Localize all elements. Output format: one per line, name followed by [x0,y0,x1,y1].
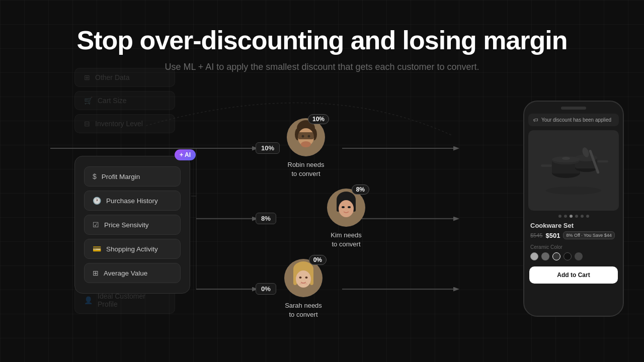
color-charcoal[interactable] [575,252,583,260]
header: Stop over-discounting and losing margin … [0,0,644,72]
pct-sarah-arrow: 0% [256,283,276,295]
kim-label: Kim needsto convert [327,231,365,249]
color-darkgray[interactable] [552,252,560,260]
color-silver[interactable] [530,252,538,260]
shopping-activity-label: Shopping Activity [106,245,158,253]
dot-2 [564,215,567,218]
robin-label: Robin needsto convert [287,160,325,178]
average-value-label: Average Value [104,269,147,277]
old-price: $545 [530,232,542,238]
sarah-label: Sarah needsto convert [284,301,323,319]
ai-feature-box: + AI $ Profit Margin 🕐 Purchase History … [74,156,190,294]
subtitle: Use ML + AI to apply the smallest discou… [0,62,644,72]
robin-card: 10% Robin needsto convert [287,118,325,178]
customer-profile-icon: 👤 [84,296,93,304]
svg-point-21 [339,200,354,217]
product-image [528,130,619,211]
purchase-history-card[interactable]: 🕐 Purchase History [84,191,181,211]
other-data-icon: ⊞ [84,73,90,81]
color-label: Ceramic Color [530,244,617,250]
other-data-label: Other Data [95,73,129,81]
sarah-pct: 0% [309,255,327,265]
pct-robin: 10% [256,142,280,154]
svg-point-31 [546,187,601,195]
card-icon: 💳 [93,245,101,253]
diagram-area: ⊞ Other Data 🛒 Cart Size ⊟ Inventory Lev… [0,96,644,362]
profit-margin-card[interactable]: $ Profit Margin [84,166,181,187]
ai-badge: + AI [175,149,196,160]
average-value-card[interactable]: ⊞ Average Value [84,263,181,283]
color-black[interactable] [564,252,572,260]
cart-size-label: Cart Size [98,97,127,105]
new-price: $501 [545,232,560,239]
robin-pct: 10% [308,114,329,124]
main-title: Stop over-discounting and losing margin [0,26,644,55]
ideal-customer-label: Ideal Customer Profile [98,292,166,308]
cookware-svg [538,135,609,206]
svg-point-15 [301,141,311,147]
kim-card: 8% Kim needsto convert [327,189,365,249]
inventory-label: Inventory Level [95,120,143,128]
product-name: Cookware Set [524,218,623,231]
tag-icon: 🏷 [533,117,538,123]
svg-point-23 [348,206,351,208]
color-gray[interactable] [541,252,549,260]
banner-text: Your discount has been applied [541,117,611,123]
svg-point-30 [305,277,308,279]
profit-margin-label: Profit Margin [102,173,140,180]
svg-rect-16 [298,132,314,139]
dot-4 [575,215,578,218]
dot-3 [570,215,573,218]
cart-size-icon: 🛒 [84,97,93,105]
phone-mockup: 🏷 Your discount has been applied [523,101,624,317]
sarah-card: 0% Sarah needsto convert [284,259,323,319]
checkbox-icon: ☑ [93,221,99,229]
price-sensivity-card[interactable]: ☑ Price Sensivity [84,215,181,235]
svg-rect-36 [541,164,552,167]
shopping-activity-card[interactable]: 💳 Shopping Activity [84,239,181,259]
discount-label: 8% Off · You Save $44 [563,231,614,239]
faded-top-cards: ⊞ Other Data 🛒 Cart Size ⊟ Inventory Lev… [74,68,175,137]
phone-notch [561,107,586,110]
clock-icon: 🕐 [93,197,101,205]
svg-point-28 [296,270,311,288]
pct-kim-arrow: 8% [256,213,276,224]
color-section: Ceramic Color [524,242,623,262]
dot-1 [558,215,561,218]
grid-icon: ⊞ [93,269,99,277]
kim-pct: 8% [352,185,369,195]
dot-6 [586,215,589,218]
add-to-cart-button[interactable]: Add to Cart [529,266,618,284]
dot-5 [581,215,584,218]
price-sensivity-label: Price Sensivity [104,221,149,229]
svg-rect-40 [597,160,608,162]
inventory-level-card: ⊟ Inventory Level [74,114,175,133]
inventory-icon: ⊟ [84,120,90,128]
cart-size-card: 🛒 Cart Size [74,91,175,110]
svg-point-43 [562,157,570,160]
discount-banner: 🏷 Your discount has been applied [528,114,619,126]
purchase-history-label: Purchase History [106,197,158,205]
svg-point-22 [342,206,345,208]
dollar-icon: $ [93,172,97,180]
price-row: $545 $501 8% Off · You Save $44 [524,231,623,242]
svg-point-29 [299,277,302,279]
color-options [530,252,617,260]
